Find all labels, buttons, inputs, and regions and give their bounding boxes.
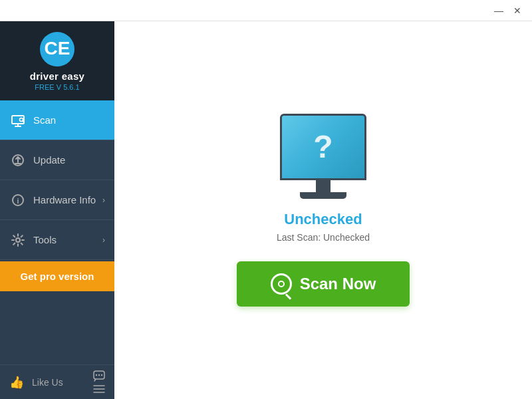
like-label: Like Us [32, 377, 63, 388]
logo-title: driver easy [30, 70, 85, 82]
update-label: Update [33, 154, 105, 166]
app-body: CE driver easy FREE V 5.6.1 Scan [0, 21, 532, 399]
svg-point-16 [101, 374, 102, 376]
status-title: Unchecked [284, 211, 362, 228]
svg-point-15 [98, 374, 100, 376]
sidebar-item-hardware-info[interactable]: i Hardware Info › [0, 180, 114, 220]
monitor-stand-base [300, 192, 346, 199]
sidebar-item-update[interactable]: Update [0, 140, 114, 180]
scan-now-button[interactable]: Scan Now [237, 261, 410, 307]
svg-rect-2 [12, 116, 24, 124]
sidebar-item-tools[interactable]: Tools › [0, 220, 114, 260]
tools-label: Tools [33, 234, 102, 245]
monitor-screen: ? [280, 114, 366, 180]
logo-area: CE driver easy FREE V 5.6.1 [0, 21, 114, 100]
hardware-info-label: Hardware Info [33, 194, 102, 205]
app-logo-icon: CE [40, 32, 74, 66]
minimize-button[interactable]: — [489, 1, 508, 20]
svg-point-14 [96, 374, 97, 376]
scan-label: Scan [33, 114, 105, 126]
sidebar-item-scan[interactable]: Scan [0, 100, 114, 140]
scan-now-icon [271, 273, 292, 295]
sidebar-bottom-like[interactable]: 👍 Like Us [0, 364, 114, 399]
bottom-extra-icons [93, 370, 105, 394]
list-icon [93, 384, 105, 394]
question-mark-icon: ? [313, 131, 332, 163]
tools-icon [9, 231, 27, 249]
svg-point-12 [16, 238, 20, 242]
logo-version: FREE V 5.6.1 [35, 83, 79, 91]
title-bar: — ✕ [0, 0, 532, 21]
scan-icon [9, 112, 27, 129]
scan-circle-inner [278, 281, 285, 287]
scan-now-label: Scan Now [300, 275, 376, 293]
close-button[interactable]: ✕ [508, 1, 527, 20]
main-content: ? Unchecked Last Scan: Unchecked Scan No… [114, 21, 532, 399]
svg-text:i: i [17, 197, 19, 205]
svg-text:CE: CE [45, 38, 70, 59]
update-icon [9, 152, 27, 169]
chat-icon [93, 370, 105, 382]
tools-chevron-icon: › [102, 235, 105, 245]
hardware-info-icon: i [9, 192, 27, 209]
monitor-illustration: ? [280, 114, 366, 199]
like-icon: 👍 [9, 375, 24, 390]
monitor-stand-neck [316, 180, 331, 192]
status-subtitle: Last Scan: Unchecked [277, 232, 370, 243]
get-pro-button[interactable]: Get pro version [0, 261, 114, 291]
sidebar: CE driver easy FREE V 5.6.1 Scan [0, 21, 114, 399]
hardware-info-chevron-icon: › [102, 196, 105, 205]
